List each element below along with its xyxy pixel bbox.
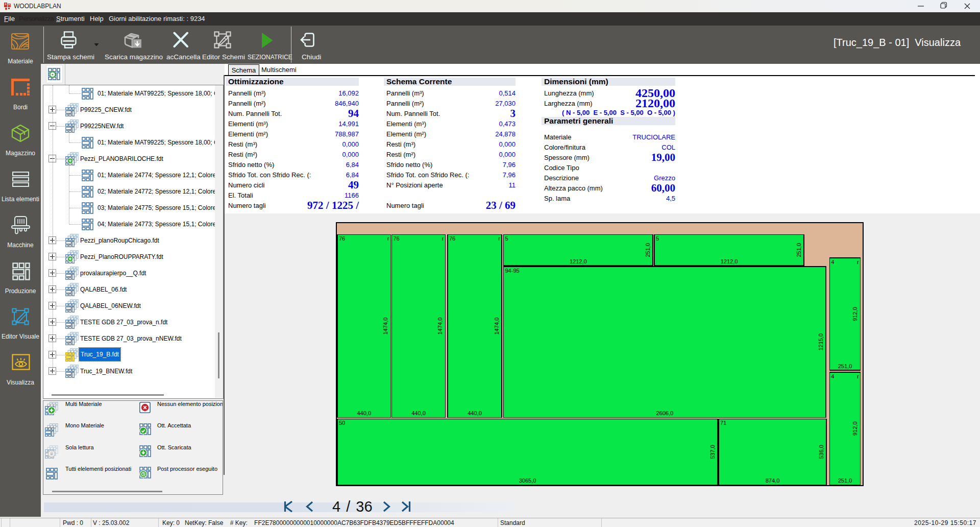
svg-text:50: 50 — [339, 420, 345, 426]
svg-text:1474,0: 1474,0 — [437, 318, 443, 335]
svg-text:r: r — [442, 235, 444, 242]
svg-text:537,0: 537,0 — [709, 445, 716, 459]
svg-text:1212,0: 1212,0 — [570, 258, 587, 265]
svg-text:251,0: 251,0 — [645, 243, 651, 257]
svg-text:94-95: 94-95 — [505, 268, 520, 274]
svg-text:r: r — [498, 235, 500, 242]
svg-text:76: 76 — [449, 235, 455, 242]
svg-text:251,0: 251,0 — [796, 243, 802, 257]
svg-text:4: 4 — [831, 259, 834, 265]
svg-text:440,0: 440,0 — [357, 410, 371, 416]
svg-text:874,0: 874,0 — [766, 477, 780, 484]
svg-text:912,0: 912,0 — [852, 307, 858, 321]
svg-text:3065,0: 3065,0 — [519, 477, 536, 484]
svg-text:1212,0: 1212,0 — [721, 258, 738, 265]
svg-text:1215,0: 1215,0 — [818, 333, 824, 351]
svg-text:440,0: 440,0 — [468, 410, 482, 416]
svg-text:536,0: 536,0 — [818, 445, 824, 459]
svg-text:r: r — [857, 373, 859, 379]
svg-text:2606,0: 2606,0 — [656, 410, 673, 416]
svg-text:251,0: 251,0 — [838, 363, 852, 369]
svg-text:251,0: 251,0 — [838, 477, 852, 484]
svg-text:1474,0: 1474,0 — [382, 318, 388, 335]
svg-text:r: r — [387, 235, 389, 242]
svg-text:5: 5 — [656, 235, 659, 242]
svg-text:5: 5 — [505, 235, 508, 242]
svg-text:912,0: 912,0 — [852, 421, 858, 436]
svg-text:71: 71 — [720, 420, 726, 426]
svg-text:4: 4 — [831, 373, 834, 379]
svg-text:1474,0: 1474,0 — [494, 318, 500, 335]
svg-text:440,0: 440,0 — [411, 410, 426, 416]
svg-text:76: 76 — [339, 235, 345, 242]
svg-text:r: r — [857, 259, 859, 265]
svg-text:76: 76 — [394, 235, 400, 242]
